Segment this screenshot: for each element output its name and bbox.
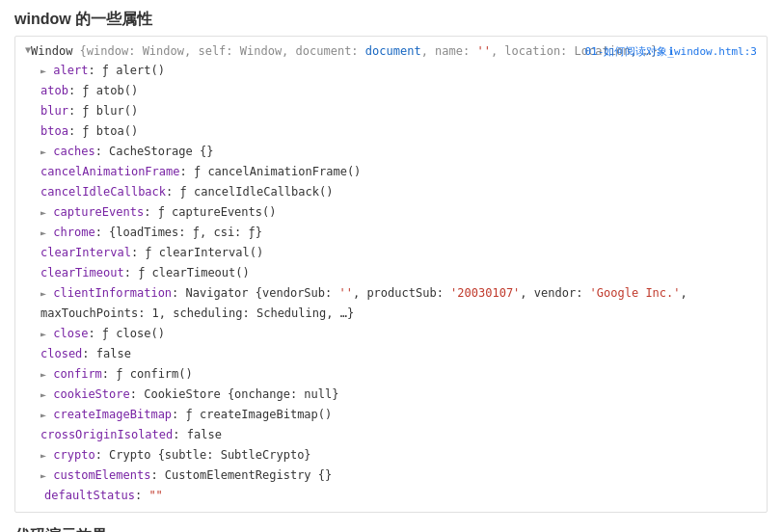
prop-cookiestore: ► cookieStore: CookieStore {onchange: nu… (25, 385, 757, 405)
prop-caches: ► caches: CacheStorage {} (25, 142, 757, 162)
file-link[interactable]: 01-如何阅读对象_window.html:3 (584, 42, 757, 61)
top-section-title: window 的一些属性 (14, 10, 768, 30)
prop-chrome: ► chrome: {loadTimes: ƒ, csi: ƒ} (25, 223, 757, 243)
prop-blur: blur: ƒ blur() (25, 101, 757, 121)
prop-customelements: ► customElements: CustomElementRegistry … (25, 466, 757, 486)
prop-btoa: btoa: ƒ btoa() (25, 121, 757, 142)
prop-crossorigin: crossOriginIsolated: false (25, 425, 757, 445)
second-section: 代码演示效果 (0, 520, 782, 532)
prop-cleartimeout: clearTimeout: ƒ clearTimeout() (25, 263, 757, 283)
prop-crypto: ► crypto: Crypto {subtle: SubtleCrypto} (25, 445, 757, 466)
prop-clearinterval: clearInterval: ƒ clearInterval() (25, 243, 757, 263)
prop-closed: closed: false (25, 344, 757, 364)
prop-cancelidle: cancelIdleCallback: ƒ cancelIdleCallback… (25, 182, 757, 202)
prop-cancelanimation: cancelAnimationFrame: ƒ cancelAnimationF… (25, 162, 757, 182)
prop-clientinfo: ► clientInformation: Navigator {vendorSu… (25, 283, 757, 324)
prop-defaultstatus: defaultStatus: "" (25, 486, 757, 506)
top-section: window 的一些属性 01-如何阅读对象_window.html:3 ▼ W… (0, 0, 782, 520)
prop-alert: ► alert: ƒ alert() (25, 61, 757, 81)
second-section-title: 代码演示效果 (14, 526, 768, 532)
window-label: Window {window: Window, self: Window, do… (31, 42, 672, 61)
code-panel-top: 01-如何阅读对象_window.html:3 ▼ Window {window… (14, 36, 768, 513)
prop-confirm: ► confirm: ƒ confirm() (25, 364, 757, 385)
prop-createimagebitmap: ► createImageBitmap: ƒ createImageBitmap… (25, 405, 757, 425)
prop-capture: ► captureEvents: ƒ captureEvents() (25, 202, 757, 223)
prop-atob: atob: ƒ atob() (25, 81, 757, 101)
prop-close: ► close: ƒ close() (25, 324, 757, 344)
